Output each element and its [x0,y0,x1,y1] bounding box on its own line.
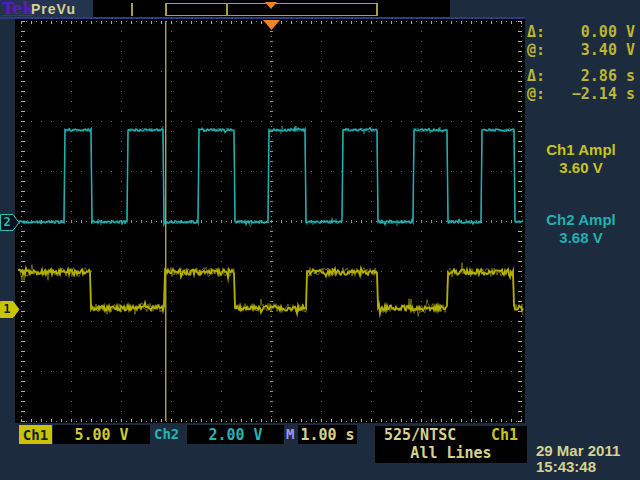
channel2-marker-label: 2 [0,215,14,230]
ch1-badge: Ch1 [19,425,52,444]
record-bar-tick [226,3,228,16]
timebase-readout: 1.00 s [298,425,357,444]
at-time-row: @: −2.14 s [527,85,635,103]
timebase-label: M [286,426,294,442]
at-label: @: [527,85,545,103]
channel1-marker-label: 1 [0,302,14,317]
delta-label: Δ: [527,23,545,41]
trigger-source: Ch1 [491,426,518,444]
ch1-scale-readout: 5.00 V [53,425,150,444]
date-label: 29 Mar 2011 [536,443,620,459]
channel2-ground-marker: 2 [0,214,20,231]
at-time-value: −2.14 s [572,85,635,103]
trigger-mode: All Lines [375,444,527,462]
time-label: 15:43:48 [536,459,620,475]
ch2-label: Ch2 [154,426,179,442]
cursor-readout: Δ: 0.00 V @: 3.40 V Δ: 2.86 s @: −2.14 s [527,23,635,103]
delta-time-value: 2.86 s [581,67,635,85]
at-label: @: [527,41,545,59]
ch1-amplitude-measurement: Ch1 Ampl 3.60 V [527,141,635,177]
ch2-ampl-value: 3.68 V [527,229,635,247]
tek-logo: Tek [2,0,33,18]
ch2-ampl-label: Ch2 Ampl [527,211,635,229]
delta-voltage-value: 0.00 V [581,23,635,41]
channel1-ground-marker: 1 [0,301,20,318]
trigger-info-box: 525/NTSC Ch1 All Lines [375,426,527,463]
ch1-ampl-label: Ch1 Ampl [527,141,635,159]
ch1-ampl-value: 3.60 V [527,159,635,177]
ch2-amplitude-measurement: Ch2 Ampl 3.68 V [527,211,635,247]
ch2-scale-readout: 2.00 V [187,425,284,444]
at-voltage-value: 3.40 V [581,41,635,59]
trigger-standard-row: 525/NTSC Ch1 [375,426,527,444]
record-bar-tick [131,3,133,16]
delta-label: Δ: [527,67,545,85]
delta-voltage-row: Δ: 0.00 V [527,23,635,41]
trigger-standard: 525/NTSC [384,426,456,444]
acquisition-mode-label: PreVu [31,1,76,17]
trigger-position-icon [265,2,277,9]
oscilloscope-screen: Tek PreVu 2 1 Δ: 0.00 V @: 3.40 V Δ: 2.8… [0,0,640,480]
delta-time-row: Δ: 2.86 s [527,67,635,85]
at-voltage-row: @: 3.40 V [527,41,635,59]
waveform-display [15,19,525,423]
datetime-readout: 29 Mar 2011 15:43:48 [536,443,620,475]
